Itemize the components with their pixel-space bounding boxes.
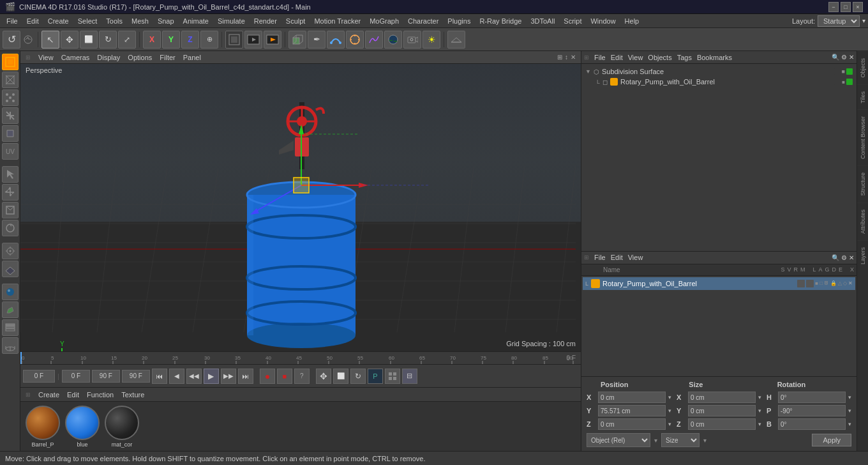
rot-p-input[interactable]: [778, 405, 846, 416]
minimize-btn[interactable]: −: [828, 2, 839, 12]
material-ball-blue[interactable]: [65, 406, 100, 440]
vtab-structure[interactable]: Structure: [857, 165, 868, 202]
material-item-matcor[interactable]: mat_cor: [105, 406, 139, 448]
play-back-btn[interactable]: ◀◀: [186, 369, 202, 384]
vp-icon-2[interactable]: ↕: [565, 54, 568, 61]
generator-btn[interactable]: [346, 31, 364, 49]
menu-help[interactable]: Help: [621, 16, 643, 26]
x-axis-btn[interactable]: X: [143, 31, 161, 49]
light-btn[interactable]: ☀: [423, 31, 440, 49]
end-frame-input[interactable]: [92, 370, 120, 383]
go-last-btn[interactable]: ⏭: [238, 369, 253, 384]
layout-select[interactable]: Startup: [818, 15, 860, 27]
vtab-content-browser[interactable]: Content Browser: [857, 109, 868, 165]
material-btn[interactable]: [2, 284, 19, 300]
snap-tool-btn[interactable]: [2, 243, 19, 259]
menu-snap[interactable]: Snap: [154, 16, 178, 26]
record-btn[interactable]: ●: [260, 369, 275, 384]
point-mode-btn[interactable]: [2, 89, 19, 106]
move-mode-button[interactable]: ✥: [61, 31, 79, 49]
om-bookmarks-menu[interactable]: Bookmarks: [697, 54, 732, 61]
pos-y-arrow[interactable]: ▾: [668, 408, 671, 414]
world-btn[interactable]: ⊕: [200, 31, 218, 49]
motion-clip-btn[interactable]: P: [368, 369, 383, 384]
vtab-objects[interactable]: Objects: [857, 51, 868, 84]
undo-button[interactable]: ↺: [3, 31, 20, 49]
menu-mesh[interactable]: Mesh: [128, 16, 153, 26]
menu-3dtoall[interactable]: 3DToAll: [527, 16, 558, 26]
size-space-select[interactable]: Size: [661, 433, 700, 447]
key-box-btn[interactable]: ⬜: [333, 369, 348, 384]
om-objects-menu[interactable]: Objects: [648, 54, 671, 61]
viewport[interactable]: X Y Z Perspective Grid Spacing : 100 cm: [20, 64, 581, 351]
timeline-toggle-btn[interactable]: ⊟: [402, 369, 417, 384]
edge-mode-btn[interactable]: [2, 107, 19, 124]
select-rect-button[interactable]: ⬜: [80, 31, 98, 49]
om-close-icon[interactable]: ✕: [849, 54, 854, 61]
layer-btn[interactable]: [2, 319, 19, 336]
rot-b-arrow[interactable]: ▾: [848, 421, 851, 427]
scale-button[interactable]: ⤢: [118, 31, 136, 49]
texture-mode-btn[interactable]: [2, 72, 19, 88]
menu-select[interactable]: Select: [74, 16, 101, 26]
workplane-btn[interactable]: [2, 261, 19, 277]
camera-btn[interactable]: [403, 31, 421, 49]
panel-menu[interactable]: Panel: [183, 54, 201, 61]
poly-mode-btn[interactable]: [2, 125, 19, 142]
menu-edit[interactable]: Edit: [23, 16, 43, 26]
render-btn[interactable]: [264, 31, 281, 49]
om-search-icon[interactable]: 🔍: [832, 54, 839, 61]
material-item-barrel[interactable]: Barrel_P: [26, 406, 60, 448]
rotate-button[interactable]: ↻: [99, 31, 117, 49]
material-ball-matcor[interactable]: [105, 406, 139, 440]
menu-tools[interactable]: Tools: [102, 16, 126, 26]
material-ball-barrel[interactable]: [26, 406, 60, 440]
layout-arrow[interactable]: ▾: [862, 17, 865, 24]
pos-z-input[interactable]: [598, 418, 666, 430]
menu-render[interactable]: Render: [250, 16, 281, 26]
menu-create[interactable]: Create: [44, 16, 73, 26]
model-mode-btn[interactable]: [2, 54, 19, 70]
filter-menu[interactable]: Filter: [160, 54, 175, 61]
pos-x-arrow[interactable]: ▾: [668, 394, 671, 400]
menu-plugins[interactable]: Plugins: [444, 16, 474, 26]
floor2-btn[interactable]: [2, 337, 19, 354]
rot-b-input[interactable]: [778, 418, 846, 430]
render-region-btn[interactable]: [225, 31, 243, 49]
rot-h-arrow[interactable]: ▾: [848, 394, 851, 400]
size-arrow-icon[interactable]: ▾: [703, 437, 707, 444]
om-edit-menu[interactable]: Edit: [611, 54, 623, 61]
mat-function-menu[interactable]: Function: [87, 391, 114, 399]
display-menu[interactable]: Display: [97, 54, 120, 61]
pos-y-input[interactable]: [598, 405, 666, 416]
size-y-arrow[interactable]: ▾: [758, 408, 761, 414]
cameras-menu[interactable]: Cameras: [61, 54, 90, 61]
auto-key-btn[interactable]: ?: [294, 369, 310, 384]
menu-motion-tracker[interactable]: Motion Tracker: [310, 16, 364, 26]
cube-btn[interactable]: [288, 31, 306, 49]
material-item-blue[interactable]: blue: [65, 406, 100, 448]
y-axis-btn[interactable]: Y: [162, 31, 180, 49]
spline-btn[interactable]: [327, 31, 345, 49]
om-row-pump[interactable]: L ◻ Rotary_Pump_with_Oil_Barrel ■: [584, 77, 854, 87]
menu-file[interactable]: File: [3, 16, 22, 26]
vp-icon-1[interactable]: ⊞: [557, 54, 562, 61]
options-menu[interactable]: Options: [128, 54, 152, 61]
go-first-btn[interactable]: ⏮: [152, 369, 167, 384]
render-preview-btn[interactable]: [244, 31, 262, 49]
uvw-mode-btn[interactable]: UV: [2, 143, 19, 160]
size-z-arrow[interactable]: ▾: [758, 421, 761, 427]
vtab-tiles[interactable]: Tiles: [857, 84, 868, 110]
size-y-input[interactable]: [688, 405, 756, 416]
view-menu[interactable]: View: [38, 54, 54, 61]
preview-end-input[interactable]: [122, 370, 150, 383]
size-x-input[interactable]: [688, 392, 756, 403]
size-z-input[interactable]: [688, 418, 756, 430]
pen-btn[interactable]: ✒: [308, 31, 326, 49]
deformer-btn[interactable]: [365, 31, 383, 49]
mat-create-menu[interactable]: Create: [38, 391, 59, 399]
key-grid-btn[interactable]: [385, 369, 400, 384]
timeline-ruler[interactable]: 0 5 10 15 20 25 30: [20, 351, 581, 364]
am-search-icon[interactable]: 🔍: [832, 254, 839, 261]
current-frame-input[interactable]: [23, 370, 55, 383]
